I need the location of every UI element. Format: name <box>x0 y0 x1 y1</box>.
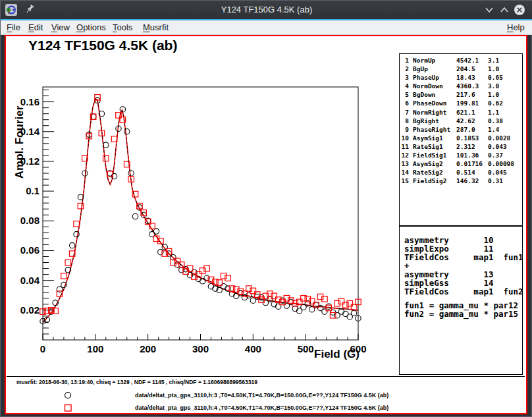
param-name: NormRight <box>413 108 446 117</box>
param-number: 14 <box>400 168 409 177</box>
param-name: FieldSig2 <box>413 177 446 185</box>
param-row: 7NormRight621.11.1 <box>400 108 522 117</box>
param-row: 6PhaseDown199.810.62 <box>400 99 522 107</box>
x-axis-title: Field (G) <box>261 348 359 361</box>
plot-title: Y124 TF150G 4.5K (ab) <box>28 38 177 53</box>
param-number: 10 <box>400 134 409 142</box>
theory-line: TFieldCos map1 fun2 <box>404 287 522 296</box>
data-marker-square <box>171 260 176 265</box>
param-value: 287.0 <box>456 125 475 134</box>
data-marker-square <box>347 300 353 306</box>
x-tick-label: 0 <box>40 343 45 354</box>
data-marker-square <box>204 265 210 271</box>
data-marker-square <box>334 300 340 306</box>
data-marker-square <box>74 221 80 227</box>
param-value: 146.32 <box>456 177 479 185</box>
param-value: 2.312 <box>456 142 475 151</box>
x-tick-label: 200 <box>140 343 156 354</box>
param-number: 4 <box>400 82 409 90</box>
param-number: 6 <box>400 99 409 107</box>
data-marker-circle <box>158 250 163 255</box>
param-row: 15FieldSig2146.320.31 <box>400 177 522 185</box>
param-error: 0.38 <box>488 117 503 125</box>
param-row: 13AsymSig20.017160.00098 <box>400 159 522 168</box>
y-tick-label: 0.02 <box>20 304 40 316</box>
param-name: RateSig1 <box>413 142 443 151</box>
x-tick-label: 300 <box>192 343 209 354</box>
data-marker-square <box>103 155 109 161</box>
param-error: 1.0 <box>488 65 499 73</box>
param-error: 3.0 <box>488 82 499 90</box>
x-tick-label: 100 <box>87 343 103 354</box>
data-marker-square <box>61 273 67 279</box>
param-value: 199.81 <box>456 99 479 107</box>
data-marker-circle <box>70 242 75 248</box>
param-number: 8 <box>400 117 409 125</box>
legend-circle-marker <box>65 393 71 399</box>
param-value: 0.1853 <box>456 134 479 142</box>
data-marker-square <box>267 291 273 297</box>
param-name: AsymSig2 <box>413 159 443 168</box>
param-number: 11 <box>400 142 409 151</box>
param-name: FieldSig1 <box>413 151 446 159</box>
data-marker-square <box>200 268 205 274</box>
legend-square-marker <box>65 405 72 412</box>
param-name: BgRight <box>413 117 439 125</box>
data-marker-square <box>343 302 349 308</box>
y-axis-title: Ampl. Fourier <box>13 99 26 185</box>
legend-entry-label: data/deltat_pta_gps_3110,h:3 ,T0=4.50K,T… <box>135 392 388 399</box>
param-value: 0.01716 <box>456 159 483 168</box>
param-value: 4542.1 <box>456 56 479 65</box>
param-error: 0.00098 <box>488 159 514 168</box>
param-name: PhaseRight <box>413 125 450 134</box>
param-row: 10AsymSig10.18530.0028 <box>400 134 522 142</box>
data-marker-square <box>65 260 71 265</box>
y-tick-label: 0.1 <box>26 185 40 196</box>
data-marker-circle <box>221 283 226 289</box>
application-window: Y124 TF150G 4.5K (ab) File Edit View Opt… <box>0 0 532 417</box>
param-error: 0.65 <box>488 73 503 82</box>
data-marker-circle <box>128 171 134 176</box>
data-marker-circle <box>351 310 356 316</box>
y-tick-label: 0.04 <box>20 275 40 286</box>
theory-line: fun2 = gamma_mu * par15 <box>404 310 522 318</box>
x-tick-label: 400 <box>245 343 261 354</box>
param-name: RateSig2 <box>413 168 443 177</box>
param-value: 217.6 <box>456 90 475 99</box>
data-marker-circle <box>74 231 79 236</box>
theory-box[interactable]: asymmetry 10simplExpo 11TFieldCos map1 f… <box>399 226 523 375</box>
data-marker-square <box>225 275 231 281</box>
param-name: BgDown <box>413 90 435 99</box>
param-row: 5BgDown217.61.0 <box>400 90 522 99</box>
fit-parameter-box[interactable]: 1NormUp4542.13.12BgUp204.51.03PhaseUp18.… <box>399 53 523 226</box>
param-name: NormUp <box>413 56 435 65</box>
param-error: 1.4 <box>488 125 499 134</box>
param-number: 15 <box>400 177 409 185</box>
param-name: AsymSig1 <box>413 134 443 142</box>
param-number: 1 <box>400 56 409 65</box>
param-error: 1.1 <box>488 108 499 117</box>
param-error: 0.043 <box>488 142 507 151</box>
param-value: 4360.3 <box>456 82 479 90</box>
param-name: NormDown <box>413 82 443 90</box>
param-name: PhaseUp <box>413 73 439 82</box>
data-marker-square <box>317 294 323 300</box>
data-marker-circle <box>124 129 130 134</box>
data-marker-square <box>338 298 344 304</box>
data-marker-square <box>221 273 226 279</box>
param-row: 9PhaseRight287.01.4 <box>400 125 522 134</box>
param-error: 0.045 <box>488 168 507 177</box>
param-row: 1NormUp4542.13.1 <box>400 56 522 65</box>
param-number: 13 <box>400 159 409 168</box>
data-marker-circle <box>132 213 138 219</box>
param-row: 14RateSig20.5140.045 <box>400 168 522 177</box>
param-error: 0.37 <box>488 151 503 159</box>
param-row: 12FieldSig1101.360.37 <box>400 151 522 159</box>
data-marker-circle <box>322 309 327 314</box>
y-tick-label: 0.06 <box>20 244 40 256</box>
param-error: 0.0028 <box>488 134 510 142</box>
param-number: 9 <box>400 125 409 134</box>
param-number: 3 <box>400 73 409 82</box>
legend-entry-label: data/deltat_pta_gps_3110,h:4 ,T0=4.50K,T… <box>135 404 388 411</box>
param-number: 5 <box>400 90 409 99</box>
